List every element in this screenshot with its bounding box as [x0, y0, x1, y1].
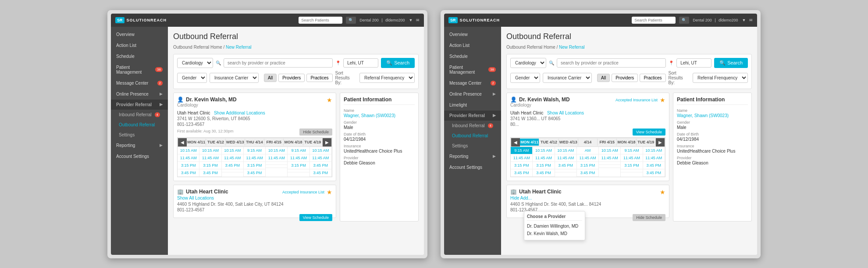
slot-s2-1-0[interactable]: 10:15 AM	[533, 147, 554, 154]
dropdown-item-0[interactable]: Dr. Damien Willington, MD	[527, 222, 582, 230]
gender-filter-2[interactable]: Gender	[510, 73, 540, 83]
slot-s2-4-1[interactable]: 11:45 AM	[599, 154, 620, 162]
sidebar2-item-settings[interactable]: Settings	[444, 141, 501, 151]
slot-3-1[interactable]: 11:45 AM	[244, 154, 265, 162]
slot-6-0[interactable]: 10:15 AM	[310, 147, 331, 154]
patient-search-input-2[interactable]	[632, 17, 676, 24]
show-locations-link-s2[interactable]: Show All Locations	[547, 111, 584, 115]
hide-schedule-btn-1[interactable]: Hide Schedule	[299, 129, 332, 136]
sidebar2-item-inbound-referral[interactable]: Inbound Referral 4	[444, 121, 501, 131]
insurance-filter[interactable]: Insurance Carrier	[210, 73, 259, 83]
cal-prev-1[interactable]: ◀	[178, 138, 187, 147]
slot-6-2[interactable]: 3:45 PM	[310, 162, 331, 169]
favorite-star-clinic-s2[interactable]: ★	[660, 189, 665, 196]
slot-s2-6-1[interactable]: 11:45 AM	[643, 154, 665, 162]
sidebar2-item-message-center[interactable]: Message Center 2	[444, 78, 501, 89]
cal-next-1[interactable]: ▶	[323, 138, 331, 147]
slot-s2-3-3[interactable]: 3:45 PM	[577, 169, 598, 177]
cal-prev-s2[interactable]: ◀	[511, 138, 520, 147]
slot-s2-3-2[interactable]: 3:15 PM	[577, 162, 598, 169]
slot-s2-6-0[interactable]: 10:15 AM	[643, 147, 665, 154]
search-button-2[interactable]: 🔍 Search	[714, 58, 748, 68]
sidebar2-section-provider-referral[interactable]: Provider Referral ▶	[444, 111, 501, 121]
slot-3-2[interactable]: 3:15 PM	[244, 162, 265, 169]
breadcrumb-home-2[interactable]: Outbound Referral Home	[506, 45, 555, 50]
search-button[interactable]: 🔍 Search	[381, 58, 415, 68]
tab-providers-2[interactable]: Providers	[612, 74, 638, 82]
dropdown-item-1[interactable]: Dr. Kevin Walsh, MD	[527, 230, 582, 237]
favorite-star-2[interactable]: ★	[327, 189, 332, 196]
tab-practices-2[interactable]: Practices	[640, 74, 665, 82]
slot-s2-3-1[interactable]: 11:45 AM	[577, 154, 598, 162]
slot-s2-1-3[interactable]: 3:45 PM	[533, 169, 554, 177]
slot-s2-0-1[interactable]: 11:45 AM	[511, 154, 532, 162]
sidebar2-item-online-presence[interactable]: Online Presence▶	[444, 89, 501, 100]
slot-s2-1-2[interactable]: 3:15 PM	[533, 162, 554, 169]
slot-4-1[interactable]: 11:45 AM	[266, 154, 287, 162]
slot-0-0[interactable]: 10:15 AM	[178, 147, 199, 154]
location-input[interactable]	[343, 58, 378, 68]
slot-s2-5-2[interactable]: 3:15 PM	[621, 162, 642, 169]
show-all-locations-2[interactable]: Show All Locations	[177, 196, 228, 200]
sidebar-item-schedule[interactable]: Schedule	[111, 51, 168, 62]
sidebar-item-settings[interactable]: Settings	[111, 130, 168, 140]
sidebar2-item-schedule[interactable]: Schedule	[444, 51, 501, 62]
sidebar-item-action-list[interactable]: Action List	[111, 40, 168, 51]
sort-select-2[interactable]: Referral Frenquency	[693, 73, 748, 83]
slot-0-2[interactable]: 3:15 PM	[178, 162, 199, 169]
slot-s2-2-1[interactable]: 11:45 AM	[555, 154, 576, 162]
slot-s2-0-2[interactable]: 3:15 PM	[511, 162, 532, 169]
slot-s2-5-1[interactable]: 11:45 AM	[621, 154, 642, 162]
patient-search-button[interactable]: 🔍	[346, 17, 356, 24]
tab-all[interactable]: All	[264, 74, 277, 82]
slot-6-1[interactable]: 11:45 AM	[310, 154, 331, 162]
slot-3-0[interactable]: 9:15 AM	[244, 147, 265, 154]
slot-4-0[interactable]: 10:15 AM	[266, 147, 287, 154]
provider-search-input-2[interactable]	[557, 58, 666, 68]
slot-s2-0-3[interactable]: 3:45 PM	[511, 169, 532, 177]
breadcrumb-new-referral[interactable]: New Referral	[226, 45, 251, 50]
sidebar2-item-account-settings[interactable]: Account Settings	[444, 162, 501, 173]
slot-s2-6-2[interactable]: 3:45 PM	[643, 162, 665, 169]
tab-all-2[interactable]: All	[597, 74, 610, 82]
slot-s2-6-3[interactable]: 3:45 PM	[643, 169, 665, 177]
accepted-insurance-link-s2[interactable]: Accepted Insurance List	[615, 98, 658, 102]
view-schedule-btn-s2[interactable]: View Schedule	[633, 129, 665, 136]
slot-2-1[interactable]: 11:45 AM	[222, 154, 243, 162]
favorite-star-1[interactable]: ★	[327, 96, 332, 104]
sidebar2-item-patient-management[interactable]: Patient Management 38	[444, 62, 501, 78]
sidebar-item-outbound-referral[interactable]: Outbound Referral	[111, 120, 168, 130]
slot-1-3[interactable]: 3:45 PM	[199, 169, 221, 177]
sidebar-item-patient-management[interactable]: Patient Management 38	[111, 62, 168, 78]
slot-2-0[interactable]: 10:15 AM	[222, 147, 243, 154]
accepted-insurance-link-2[interactable]: Accepted Insurance List	[282, 190, 324, 194]
slot-s2-5-0[interactable]: 9:15 AM	[621, 147, 642, 154]
slot-3-3[interactable]: 3:45 PM	[244, 169, 265, 177]
patient-name-value[interactable]: Wagner, Shawn (SW0023)	[344, 113, 415, 118]
slot-s2-1-1[interactable]: 11:45 AM	[533, 154, 554, 162]
insurance-filter-2[interactable]: Insurance Carrier	[543, 73, 592, 83]
show-locations-link-1[interactable]: Show Additional Locations	[214, 111, 265, 115]
breadcrumb-home[interactable]: Outbound Referral Home	[173, 45, 222, 50]
slot-1-2[interactable]: 3:15 PM	[199, 162, 221, 169]
slot-1-0[interactable]: 10:15 AM	[199, 147, 221, 154]
sidebar2-item-reporting[interactable]: Reporting ▶	[444, 151, 501, 162]
specialty-select-2[interactable]: Cardiology	[510, 58, 546, 68]
sidebar2-item-overview[interactable]: Overview	[444, 29, 501, 40]
location-input-2[interactable]	[676, 58, 711, 68]
sidebar-item-inbound-referral[interactable]: Inbound Referral 4	[111, 110, 168, 120]
sidebar-item-account-settings[interactable]: Account Settings	[111, 151, 168, 162]
specialty-select[interactable]: Cardiology	[177, 58, 213, 68]
slot-5-0[interactable]: 9:15 AM	[288, 147, 309, 154]
slot-s2-4-0[interactable]: 10:15 AM	[599, 147, 620, 154]
slot-s2-3-0[interactable]: AM	[577, 147, 598, 154]
favorite-star-s2[interactable]: ★	[660, 96, 665, 104]
slot-1-1[interactable]: 11:45 AM	[199, 154, 221, 162]
slot-5-1[interactable]: 11:45 AM	[288, 154, 309, 162]
patient-search-input[interactable]	[299, 17, 342, 24]
gender-filter[interactable]: Gender	[177, 73, 207, 83]
sidebar-item-overview[interactable]: Overview	[111, 29, 168, 40]
sidebar-item-message-center[interactable]: Message Center 2	[111, 78, 168, 89]
slot-0-1[interactable]: 11:45 AM	[178, 154, 199, 162]
slot-5-2[interactable]: 3:15 PM	[288, 162, 309, 169]
